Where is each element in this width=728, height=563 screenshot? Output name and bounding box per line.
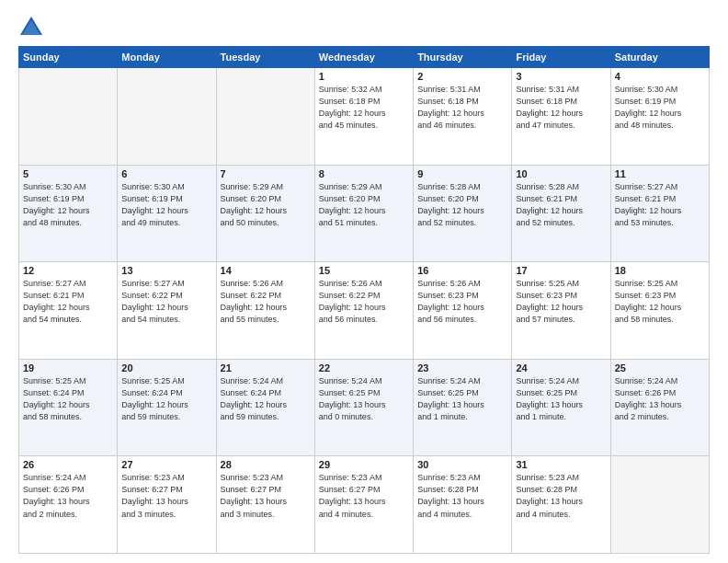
day-number: 11: [615, 168, 705, 179]
logo: [18, 15, 48, 40]
calendar-cell: [216, 68, 314, 166]
calendar-cell: 23Sunrise: 5:24 AM Sunset: 6:25 PM Dayli…: [414, 359, 512, 456]
day-info: Sunrise: 5:24 AM Sunset: 6:25 PM Dayligh…: [319, 375, 409, 423]
day-number: 21: [221, 362, 311, 373]
weekday-header-monday: Monday: [118, 47, 216, 68]
calendar-cell: [118, 68, 216, 166]
calendar-cell: 16Sunrise: 5:26 AM Sunset: 6:23 PM Dayli…: [414, 262, 512, 360]
calendar-week-3: 12Sunrise: 5:27 AM Sunset: 6:21 PM Dayli…: [19, 262, 710, 360]
calendar-week-4: 19Sunrise: 5:25 AM Sunset: 6:24 PM Dayli…: [19, 359, 710, 456]
day-number: 1: [319, 71, 409, 82]
day-info: Sunrise: 5:24 AM Sunset: 6:26 PM Dayligh…: [615, 375, 705, 423]
calendar-cell: 28Sunrise: 5:23 AM Sunset: 6:27 PM Dayli…: [216, 456, 314, 554]
day-number: 16: [417, 265, 507, 276]
day-info: Sunrise: 5:30 AM Sunset: 6:19 PM Dayligh…: [23, 181, 113, 229]
day-number: 8: [319, 168, 409, 179]
day-info: Sunrise: 5:23 AM Sunset: 6:27 PM Dayligh…: [121, 472, 211, 520]
calendar-cell: 14Sunrise: 5:26 AM Sunset: 6:22 PM Dayli…: [216, 262, 314, 360]
calendar-cell: 19Sunrise: 5:25 AM Sunset: 6:24 PM Dayli…: [19, 359, 118, 456]
calendar-cell: [610, 456, 709, 554]
day-number: 15: [319, 265, 409, 276]
weekday-header-wednesday: Wednesday: [314, 47, 413, 68]
calendar-cell: [19, 68, 118, 166]
day-info: Sunrise: 5:24 AM Sunset: 6:26 PM Dayligh…: [23, 472, 113, 520]
calendar-cell: 8Sunrise: 5:29 AM Sunset: 6:20 PM Daylig…: [314, 165, 413, 262]
day-info: Sunrise: 5:27 AM Sunset: 6:21 PM Dayligh…: [23, 278, 113, 326]
calendar-week-1: 1Sunrise: 5:32 AM Sunset: 6:18 PM Daylig…: [19, 68, 710, 166]
calendar-cell: 1Sunrise: 5:32 AM Sunset: 6:18 PM Daylig…: [314, 68, 413, 166]
weekday-header-sunday: Sunday: [19, 47, 118, 68]
day-number: 19: [23, 362, 113, 373]
calendar-cell: 12Sunrise: 5:27 AM Sunset: 6:21 PM Dayli…: [19, 262, 118, 360]
day-info: Sunrise: 5:23 AM Sunset: 6:28 PM Dayligh…: [516, 472, 606, 520]
page: SundayMondayTuesdayWednesdayThursdayFrid…: [0, 0, 728, 563]
weekday-header-saturday: Saturday: [610, 47, 709, 68]
day-number: 12: [23, 265, 113, 276]
day-number: 9: [417, 168, 507, 179]
header: [18, 15, 710, 40]
day-info: Sunrise: 5:32 AM Sunset: 6:18 PM Dayligh…: [319, 84, 409, 132]
calendar-cell: 27Sunrise: 5:23 AM Sunset: 6:27 PM Dayli…: [118, 456, 216, 554]
calendar-cell: 22Sunrise: 5:24 AM Sunset: 6:25 PM Dayli…: [314, 359, 413, 456]
weekday-header-tuesday: Tuesday: [216, 47, 314, 68]
day-number: 20: [121, 362, 211, 373]
day-number: 29: [319, 459, 409, 470]
weekday-header-friday: Friday: [512, 47, 610, 68]
day-info: Sunrise: 5:25 AM Sunset: 6:24 PM Dayligh…: [23, 375, 113, 423]
day-number: 26: [23, 459, 113, 470]
calendar-cell: 3Sunrise: 5:31 AM Sunset: 6:18 PM Daylig…: [512, 68, 610, 166]
calendar-cell: 30Sunrise: 5:23 AM Sunset: 6:28 PM Dayli…: [414, 456, 512, 554]
day-info: Sunrise: 5:23 AM Sunset: 6:27 PM Dayligh…: [221, 472, 311, 520]
day-info: Sunrise: 5:24 AM Sunset: 6:25 PM Dayligh…: [417, 375, 507, 423]
calendar-cell: 29Sunrise: 5:23 AM Sunset: 6:27 PM Dayli…: [314, 456, 413, 554]
day-number: 4: [615, 71, 705, 82]
calendar-cell: 13Sunrise: 5:27 AM Sunset: 6:22 PM Dayli…: [118, 262, 216, 360]
weekday-header-row: SundayMondayTuesdayWednesdayThursdayFrid…: [19, 47, 710, 68]
day-number: 17: [516, 265, 606, 276]
day-info: Sunrise: 5:25 AM Sunset: 6:24 PM Dayligh…: [121, 375, 211, 423]
calendar-cell: 15Sunrise: 5:26 AM Sunset: 6:22 PM Dayli…: [314, 262, 413, 360]
day-info: Sunrise: 5:29 AM Sunset: 6:20 PM Dayligh…: [221, 181, 311, 229]
day-info: Sunrise: 5:27 AM Sunset: 6:22 PM Dayligh…: [121, 278, 211, 326]
day-number: 22: [319, 362, 409, 373]
day-number: 25: [615, 362, 705, 373]
day-info: Sunrise: 5:25 AM Sunset: 6:23 PM Dayligh…: [516, 278, 606, 326]
calendar-cell: 2Sunrise: 5:31 AM Sunset: 6:18 PM Daylig…: [414, 68, 512, 166]
calendar-cell: 5Sunrise: 5:30 AM Sunset: 6:19 PM Daylig…: [19, 165, 118, 262]
day-info: Sunrise: 5:26 AM Sunset: 6:22 PM Dayligh…: [221, 278, 311, 326]
day-number: 23: [417, 362, 507, 373]
day-number: 30: [417, 459, 507, 470]
calendar-cell: 4Sunrise: 5:30 AM Sunset: 6:19 PM Daylig…: [610, 68, 709, 166]
day-info: Sunrise: 5:24 AM Sunset: 6:25 PM Dayligh…: [516, 375, 606, 423]
calendar-cell: 31Sunrise: 5:23 AM Sunset: 6:28 PM Dayli…: [512, 456, 610, 554]
calendar-cell: 18Sunrise: 5:25 AM Sunset: 6:23 PM Dayli…: [610, 262, 709, 360]
calendar-week-5: 26Sunrise: 5:24 AM Sunset: 6:26 PM Dayli…: [19, 456, 710, 554]
calendar-cell: 21Sunrise: 5:24 AM Sunset: 6:24 PM Dayli…: [216, 359, 314, 456]
calendar-cell: 11Sunrise: 5:27 AM Sunset: 6:21 PM Dayli…: [610, 165, 709, 262]
day-number: 18: [615, 265, 705, 276]
day-number: 13: [121, 265, 211, 276]
day-info: Sunrise: 5:26 AM Sunset: 6:23 PM Dayligh…: [417, 278, 507, 326]
day-info: Sunrise: 5:23 AM Sunset: 6:28 PM Dayligh…: [417, 472, 507, 520]
calendar-cell: 26Sunrise: 5:24 AM Sunset: 6:26 PM Dayli…: [19, 456, 118, 554]
calendar-table: SundayMondayTuesdayWednesdayThursdayFrid…: [18, 46, 710, 554]
day-number: 10: [516, 168, 606, 179]
calendar-cell: 10Sunrise: 5:28 AM Sunset: 6:21 PM Dayli…: [512, 165, 610, 262]
day-info: Sunrise: 5:28 AM Sunset: 6:20 PM Dayligh…: [417, 181, 507, 229]
day-number: 14: [221, 265, 311, 276]
calendar-week-2: 5Sunrise: 5:30 AM Sunset: 6:19 PM Daylig…: [19, 165, 710, 262]
weekday-header-thursday: Thursday: [414, 47, 512, 68]
calendar-cell: 25Sunrise: 5:24 AM Sunset: 6:26 PM Dayli…: [610, 359, 709, 456]
day-number: 27: [121, 459, 211, 470]
day-info: Sunrise: 5:31 AM Sunset: 6:18 PM Dayligh…: [516, 84, 606, 132]
calendar-cell: 9Sunrise: 5:28 AM Sunset: 6:20 PM Daylig…: [414, 165, 512, 262]
day-info: Sunrise: 5:23 AM Sunset: 6:27 PM Dayligh…: [319, 472, 409, 520]
day-info: Sunrise: 5:29 AM Sunset: 6:20 PM Dayligh…: [319, 181, 409, 229]
day-number: 28: [221, 459, 311, 470]
day-info: Sunrise: 5:28 AM Sunset: 6:21 PM Dayligh…: [516, 181, 606, 229]
day-number: 6: [121, 168, 211, 179]
day-number: 24: [516, 362, 606, 373]
day-info: Sunrise: 5:25 AM Sunset: 6:23 PM Dayligh…: [615, 278, 705, 326]
day-info: Sunrise: 5:30 AM Sunset: 6:19 PM Dayligh…: [615, 84, 705, 132]
calendar-cell: 17Sunrise: 5:25 AM Sunset: 6:23 PM Dayli…: [512, 262, 610, 360]
